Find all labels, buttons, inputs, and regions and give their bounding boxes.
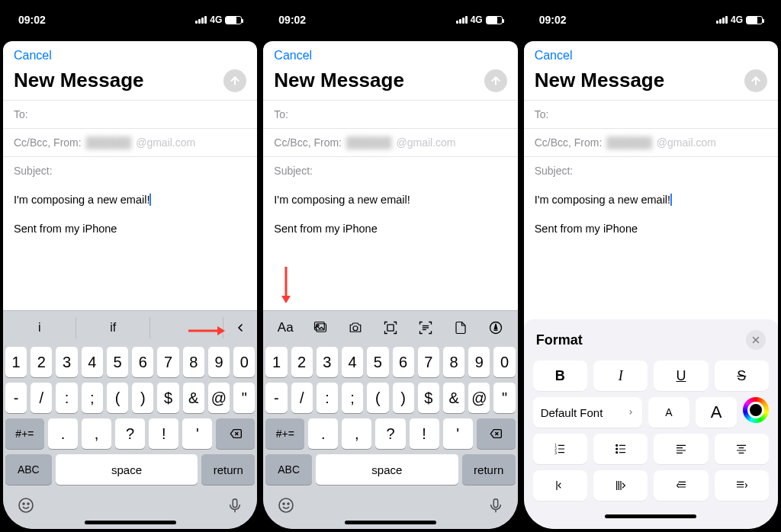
- format-aa-button[interactable]: Aa: [271, 320, 300, 335]
- key[interactable]: (: [367, 383, 388, 413]
- dictation-button[interactable]: [487, 496, 504, 514]
- key[interactable]: ?: [115, 418, 145, 449]
- subject-field[interactable]: Subject:: [524, 156, 778, 184]
- scan-text-button[interactable]: [411, 320, 440, 335]
- to-field[interactable]: To:: [524, 100, 778, 128]
- key-return[interactable]: return: [462, 454, 516, 485]
- key[interactable]: 2: [31, 347, 52, 377]
- italic-button[interactable]: I: [593, 361, 648, 391]
- key[interactable]: ;: [342, 383, 363, 413]
- ccbcc-field[interactable]: Cc/Bcc, From:██████@gmail.com: [263, 128, 517, 156]
- color-picker-button[interactable]: [743, 397, 769, 423]
- key[interactable]: 6: [393, 347, 414, 377]
- expand-toolbar-button[interactable]: [223, 320, 257, 335]
- key[interactable]: 1: [265, 347, 287, 377]
- font-larger-button[interactable]: A: [696, 397, 737, 428]
- key[interactable]: !: [149, 418, 178, 449]
- key[interactable]: 9: [468, 347, 490, 377]
- suggestion-1[interactable]: i: [3, 317, 76, 338]
- key[interactable]: /: [31, 383, 52, 413]
- key-abc[interactable]: ABC: [5, 454, 52, 485]
- key[interactable]: (: [107, 383, 128, 413]
- attach-file-button[interactable]: [446, 319, 475, 336]
- key-symbols[interactable]: #+=: [265, 418, 304, 449]
- key[interactable]: @: [468, 383, 490, 413]
- align-center-button[interactable]: [715, 434, 769, 464]
- compose-body[interactable]: I'm composing a new email! Sent from my …: [524, 184, 778, 319]
- key[interactable]: ;: [82, 383, 103, 413]
- subject-field[interactable]: Subject:: [3, 156, 257, 184]
- bullet-list-button[interactable]: [593, 434, 648, 464]
- key[interactable]: &: [183, 383, 204, 413]
- align-left-button[interactable]: [654, 434, 708, 464]
- key[interactable]: /: [291, 383, 313, 413]
- outdent-button[interactable]: [533, 470, 587, 501]
- send-button[interactable]: [223, 69, 246, 92]
- key[interactable]: 4: [342, 347, 363, 377]
- key-symbols[interactable]: #+=: [5, 418, 44, 449]
- subject-field[interactable]: Subject:: [263, 156, 517, 184]
- key[interactable]: @: [208, 383, 230, 413]
- key[interactable]: ': [182, 418, 212, 449]
- font-picker-button[interactable]: Default Font: [533, 397, 642, 428]
- underline-button[interactable]: U: [654, 361, 708, 391]
- key[interactable]: 6: [132, 347, 153, 377]
- send-button[interactable]: [744, 69, 767, 92]
- key[interactable]: &: [443, 383, 464, 413]
- key[interactable]: ,: [82, 418, 111, 449]
- indent-button[interactable]: [593, 470, 648, 501]
- quote-rtl-button[interactable]: [715, 470, 769, 501]
- ccbcc-field[interactable]: Cc/Bcc, From: ██████ @gmail.com: [3, 128, 257, 156]
- key[interactable]: ": [493, 383, 515, 413]
- key[interactable]: 2: [291, 347, 313, 377]
- camera-button[interactable]: [341, 321, 370, 335]
- key[interactable]: $: [157, 383, 178, 413]
- ccbcc-field[interactable]: Cc/Bcc, From:██████@gmail.com: [524, 128, 778, 156]
- key[interactable]: ): [393, 383, 414, 413]
- emoji-button[interactable]: [17, 496, 35, 514]
- key-return[interactable]: return: [201, 454, 255, 485]
- numbered-list-button[interactable]: 123: [533, 434, 587, 464]
- key-space[interactable]: space: [56, 454, 198, 485]
- key-backspace[interactable]: [216, 418, 255, 449]
- key[interactable]: $: [418, 383, 439, 413]
- key[interactable]: -: [5, 383, 27, 413]
- key[interactable]: 8: [443, 347, 464, 377]
- key[interactable]: :: [56, 383, 77, 413]
- key-space[interactable]: space: [316, 454, 458, 485]
- key[interactable]: 0: [233, 347, 255, 377]
- key[interactable]: 7: [418, 347, 439, 377]
- compose-body[interactable]: I'm composing a new email! Sent from my …: [263, 184, 517, 310]
- key[interactable]: ": [233, 383, 255, 413]
- cancel-button[interactable]: Cancel: [535, 49, 573, 62]
- key[interactable]: 3: [56, 347, 77, 377]
- key[interactable]: 8: [183, 347, 204, 377]
- key-abc[interactable]: ABC: [265, 454, 312, 485]
- compose-body[interactable]: I'm composing a new email! Sent from my …: [3, 184, 257, 310]
- strike-button[interactable]: S: [715, 361, 769, 391]
- cancel-button[interactable]: Cancel: [274, 49, 312, 62]
- format-close-button[interactable]: [746, 330, 766, 350]
- suggestion-2[interactable]: if: [76, 317, 149, 338]
- markup-button[interactable]: [481, 320, 510, 335]
- key[interactable]: 4: [82, 347, 103, 377]
- key[interactable]: 0: [493, 347, 515, 377]
- key[interactable]: ): [132, 383, 153, 413]
- scan-doc-button[interactable]: [376, 320, 405, 335]
- key[interactable]: 5: [107, 347, 128, 377]
- key[interactable]: :: [317, 383, 338, 413]
- key[interactable]: .: [48, 418, 78, 449]
- key[interactable]: 9: [208, 347, 230, 377]
- key[interactable]: 5: [367, 347, 388, 377]
- to-field[interactable]: To:: [263, 100, 517, 128]
- key[interactable]: 7: [157, 347, 178, 377]
- key-backspace[interactable]: [477, 418, 516, 449]
- cancel-button[interactable]: Cancel: [14, 49, 52, 62]
- send-button[interactable]: [484, 69, 507, 92]
- emoji-button[interactable]: [277, 496, 295, 514]
- photos-button[interactable]: [306, 321, 335, 335]
- key[interactable]: -: [265, 383, 287, 413]
- key[interactable]: 3: [317, 347, 338, 377]
- quote-ltr-button[interactable]: [654, 470, 708, 501]
- font-smaller-button[interactable]: A: [648, 397, 689, 428]
